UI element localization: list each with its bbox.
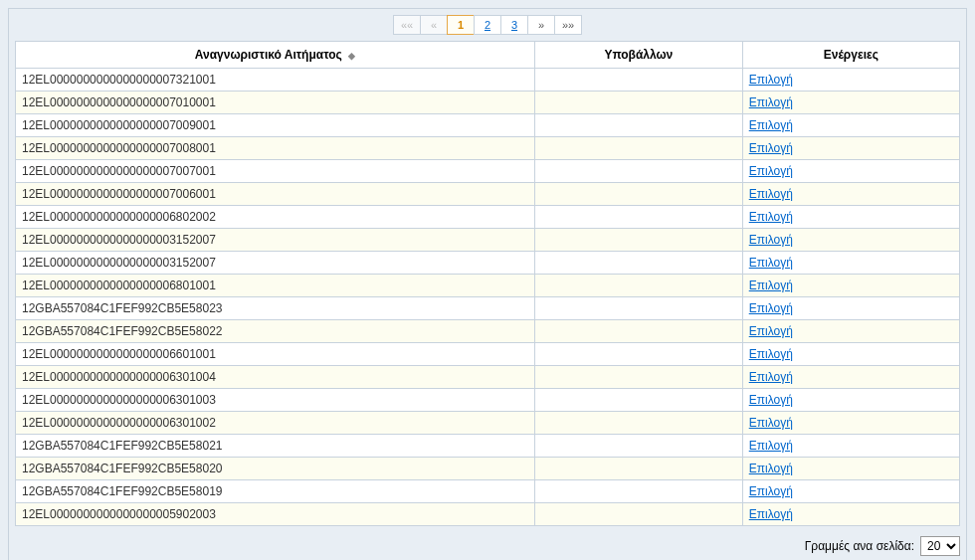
cell-submitter bbox=[534, 480, 742, 503]
cell-actions: Επιλογή bbox=[742, 183, 959, 206]
cell-submitter bbox=[534, 229, 742, 252]
cell-id: 12GBA557084C1FEF992CB5E58023 bbox=[16, 297, 535, 320]
cell-submitter bbox=[534, 343, 742, 366]
cell-actions: Επιλογή bbox=[742, 275, 959, 297]
column-header-actions-label: Ενέργειες bbox=[824, 48, 878, 62]
table-row: 12EL0000000000000000003152007Επιλογή bbox=[16, 252, 960, 275]
cell-id: 12EL0000000000000000003152007 bbox=[16, 252, 535, 275]
cell-id: 12GBA557084C1FEF992CB5E58019 bbox=[16, 480, 535, 503]
rows-per-page-select[interactable]: 20 bbox=[920, 536, 960, 556]
select-link[interactable]: Επιλογή bbox=[749, 210, 793, 224]
data-panel: «« « 123 » »» Αναγνωριστικό Αιτήματος ◆ … bbox=[8, 8, 967, 560]
cell-submitter bbox=[534, 275, 742, 297]
cell-id: 12EL0000000000000000007007001 bbox=[16, 160, 535, 183]
cell-submitter bbox=[534, 183, 742, 206]
select-link[interactable]: Επιλογή bbox=[749, 187, 793, 201]
column-header-id-label: Αναγνωριστικό Αιτήματος bbox=[195, 48, 342, 62]
select-link[interactable]: Επιλογή bbox=[749, 256, 793, 270]
cell-id: 12EL0000000000000000006301004 bbox=[16, 366, 535, 389]
page-next-button[interactable]: » bbox=[527, 15, 555, 35]
pagination-bar: «« « 123 » »» bbox=[15, 15, 960, 35]
table-row: 12EL0000000000000000003152007Επιλογή bbox=[16, 229, 960, 252]
cell-submitter bbox=[534, 160, 742, 183]
cell-actions: Επιλογή bbox=[742, 389, 959, 412]
page-number-1[interactable]: 1 bbox=[447, 15, 475, 35]
table-row: 12GBA557084C1FEF992CB5E58023Επιλογή bbox=[16, 297, 960, 320]
select-link[interactable]: Επιλογή bbox=[749, 324, 793, 338]
select-link[interactable]: Επιλογή bbox=[749, 279, 793, 292]
select-link[interactable]: Επιλογή bbox=[749, 484, 793, 498]
select-link[interactable]: Επιλογή bbox=[749, 301, 793, 315]
cell-actions: Επιλογή bbox=[742, 366, 959, 389]
page-last-button[interactable]: »» bbox=[554, 15, 582, 35]
table-row: 12EL0000000000000000007006001Επιλογή bbox=[16, 183, 960, 206]
cell-submitter bbox=[534, 320, 742, 343]
cell-submitter bbox=[534, 458, 742, 480]
select-link[interactable]: Επιλογή bbox=[749, 233, 793, 247]
select-link[interactable]: Επιλογή bbox=[749, 462, 793, 475]
cell-actions: Επιλογή bbox=[742, 458, 959, 480]
select-link[interactable]: Επιλογή bbox=[749, 507, 793, 521]
rows-per-page-label: Γραμμές ανα σελίδα: bbox=[805, 539, 914, 553]
cell-actions: Επιλογή bbox=[742, 435, 959, 458]
select-link[interactable]: Επιλογή bbox=[749, 95, 793, 109]
cell-id: 12GBA557084C1FEF992CB5E58021 bbox=[16, 435, 535, 458]
column-header-actions: Ενέργειες bbox=[742, 42, 959, 69]
sort-icon: ◆ bbox=[348, 51, 355, 61]
select-link[interactable]: Επιλογή bbox=[749, 73, 793, 87]
cell-submitter bbox=[534, 114, 742, 137]
page-prev-button[interactable]: « bbox=[420, 15, 448, 35]
cell-actions: Επιλογή bbox=[742, 412, 959, 435]
cell-submitter bbox=[534, 69, 742, 92]
table-row: 12EL0000000000000000006301002Επιλογή bbox=[16, 412, 960, 435]
cell-id: 12EL0000000000000000007010001 bbox=[16, 92, 535, 114]
cell-id: 12EL0000000000000000006601001 bbox=[16, 343, 535, 366]
select-link[interactable]: Επιλογή bbox=[749, 393, 793, 407]
cell-actions: Επιλογή bbox=[742, 503, 959, 526]
cell-id: 12EL0000000000000000007006001 bbox=[16, 183, 535, 206]
table-row: 12GBA557084C1FEF992CB5E58022Επιλογή bbox=[16, 320, 960, 343]
cell-submitter bbox=[534, 366, 742, 389]
select-link[interactable]: Επιλογή bbox=[749, 370, 793, 384]
cell-submitter bbox=[534, 137, 742, 160]
page-first-button[interactable]: «« bbox=[393, 15, 421, 35]
select-link[interactable]: Επιλογή bbox=[749, 416, 793, 430]
select-link[interactable]: Επιλογή bbox=[749, 347, 793, 361]
cell-actions: Επιλογή bbox=[742, 343, 959, 366]
page-number-3[interactable]: 3 bbox=[500, 15, 528, 35]
cell-id: 12EL0000000000000000003152007 bbox=[16, 229, 535, 252]
cell-submitter bbox=[534, 435, 742, 458]
select-link[interactable]: Επιλογή bbox=[749, 439, 793, 453]
column-header-id[interactable]: Αναγνωριστικό Αιτήματος ◆ bbox=[16, 42, 535, 69]
table-row: 12EL0000000000000000007321001Επιλογή bbox=[16, 69, 960, 92]
cell-actions: Επιλογή bbox=[742, 137, 959, 160]
cell-submitter bbox=[534, 389, 742, 412]
cell-id: 12EL0000000000000000007008001 bbox=[16, 137, 535, 160]
table-row: 12EL0000000000000000006301004Επιλογή bbox=[16, 366, 960, 389]
select-link[interactable]: Επιλογή bbox=[749, 164, 793, 178]
table-row: 12GBA557084C1FEF992CB5E58021Επιλογή bbox=[16, 435, 960, 458]
table-row: 12EL0000000000000000005902003Επιλογή bbox=[16, 503, 960, 526]
cell-actions: Επιλογή bbox=[742, 229, 959, 252]
cell-id: 12GBA557084C1FEF992CB5E58022 bbox=[16, 320, 535, 343]
table-row: 12EL0000000000000000006601001Επιλογή bbox=[16, 343, 960, 366]
cell-actions: Επιλογή bbox=[742, 160, 959, 183]
table-row: 12GBA557084C1FEF992CB5E58020Επιλογή bbox=[16, 458, 960, 480]
cell-submitter bbox=[534, 412, 742, 435]
table-footer: Γραμμές ανα σελίδα: 20 bbox=[15, 536, 960, 556]
select-link[interactable]: Επιλογή bbox=[749, 118, 793, 132]
cell-submitter bbox=[534, 206, 742, 229]
cell-id: 12EL0000000000000000006801001 bbox=[16, 275, 535, 297]
cell-actions: Επιλογή bbox=[742, 320, 959, 343]
column-header-submitter[interactable]: Υποβάλλων bbox=[534, 42, 742, 69]
cell-submitter bbox=[534, 503, 742, 526]
cell-actions: Επιλογή bbox=[742, 480, 959, 503]
cell-id: 12EL0000000000000000007321001 bbox=[16, 69, 535, 92]
table-row: 12EL0000000000000000006802002Επιλογή bbox=[16, 206, 960, 229]
select-link[interactable]: Επιλογή bbox=[749, 141, 793, 155]
table-row: 12EL0000000000000000006301003Επιλογή bbox=[16, 389, 960, 412]
cell-actions: Επιλογή bbox=[742, 297, 959, 320]
cell-id: 12EL0000000000000000006802002 bbox=[16, 206, 535, 229]
page-number-2[interactable]: 2 bbox=[474, 15, 501, 35]
column-header-submitter-label: Υποβάλλων bbox=[604, 48, 673, 62]
